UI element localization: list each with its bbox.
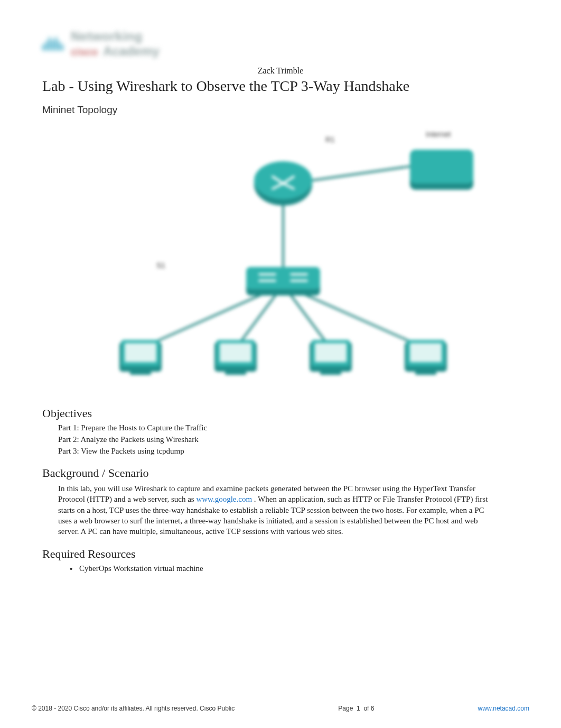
section-background: Background / Scenario [42,466,529,480]
logo-brand: cisco [71,46,98,58]
internet-label: Internet [426,130,451,139]
svg-rect-27 [225,371,246,375]
footer-site-link[interactable]: www.netacad.com [478,705,529,712]
footer-page: Page 1 of 6 [338,705,374,712]
cisco-bars-icon [42,37,64,51]
svg-rect-35 [415,371,436,375]
svg-rect-15 [246,267,320,289]
svg-rect-26 [220,343,251,362]
host-icons [119,340,447,375]
section-objectives: Objectives [42,407,529,420]
logo-line1: Networking [71,29,160,44]
background-link[interactable]: www.google.com [196,495,252,503]
background-paragraph: In this lab, you will use Wireshark to c… [58,483,498,537]
svg-rect-34 [410,343,442,362]
footer-page-num: 1 [357,705,360,712]
footer-page-label: Page [338,705,353,712]
topology-diagram: R1 Internet S1 [61,121,500,396]
svg-rect-13 [410,150,473,183]
svg-point-7 [254,161,312,199]
svg-rect-23 [130,371,151,375]
network-topology-icon: R1 Internet S1 [61,121,500,396]
objective-2: Part 2: Analyze the Packets using Wiresh… [58,435,529,444]
switch-label: S1 [156,261,165,270]
svg-rect-30 [315,343,347,362]
section-topology: Mininet Topology [42,104,529,116]
logo-line2: Academy [103,44,160,59]
resource-text: CyberOps Workstation virtual machine [79,564,203,573]
footer-copyright: © 2018 - 2020 Cisco and/or its affiliate… [32,705,235,712]
section-resources: Required Resources [42,547,529,561]
page-footer: © 2018 - 2020 Cisco and/or its affiliate… [32,705,529,712]
svg-rect-22 [125,343,156,362]
objective-1: Part 1: Prepare the Hosts to Capture the… [58,423,529,432]
objective-3: Part 3: View the Packets using tcpdump [58,447,529,456]
footer-page-total: of 6 [363,705,374,712]
lab-title: Lab - Using Wireshark to Observe the TCP… [42,78,529,95]
bullet-icon: • [70,564,79,573]
brand-logo: Networking cisco Academy [32,29,529,64]
author-name: Zack Trimble [32,66,529,76]
router-label: R1 [325,135,335,144]
resource-item: • CyberOps Workstation virtual machine [70,564,529,573]
svg-rect-31 [320,371,341,375]
